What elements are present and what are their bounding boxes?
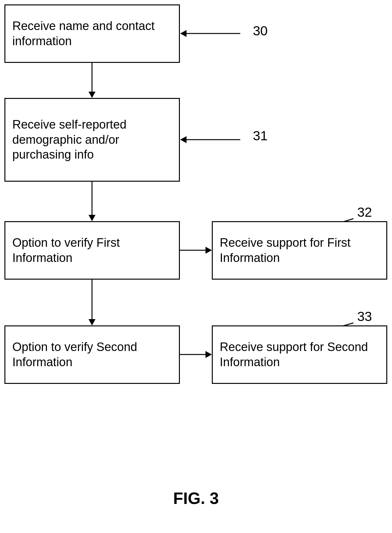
svg-marker-7 [205,247,212,254]
diagram-container: Receive name and contact information 30 … [0,0,392,533]
box-verify-first-text: Option to verify First Information [12,235,172,265]
box-support-second-text: Receive support for Second Information [220,340,379,370]
svg-marker-3 [89,215,95,221]
box-receive-demographic-text: Receive self-reported demographic and/or… [12,117,172,162]
ref-label-30: 30 [253,23,268,39]
svg-marker-13 [180,136,187,143]
svg-marker-11 [180,30,187,37]
ref-label-32: 32 [357,205,372,220]
box-receive-name-text: Receive name and contact information [12,19,172,49]
box-support-first-text: Receive support for First Information [220,235,379,265]
svg-marker-5 [89,319,95,325]
box-verify-first: Option to verify First Information [4,221,180,280]
box-verify-second-text: Option to verify Second Information [12,340,172,370]
box-support-first: Receive support for First Information [212,221,387,280]
ref-label-33: 33 [357,309,372,324]
box-receive-demographic: Receive self-reported demographic and/or… [4,98,180,182]
box-support-second: Receive support for Second Information [212,325,387,384]
box-verify-second: Option to verify Second Information [4,325,180,384]
svg-marker-1 [89,92,95,98]
figure-label: FIG. 3 [0,489,392,508]
svg-marker-9 [205,351,212,358]
ref-label-31: 31 [253,128,268,143]
box-receive-name: Receive name and contact information [4,4,180,63]
